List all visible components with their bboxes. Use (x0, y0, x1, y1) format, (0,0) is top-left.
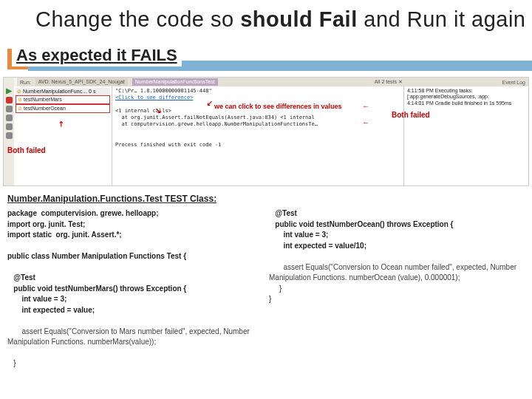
tab-avd[interactable]: AVD: Nexus_5_API_SDK_24_Nougat (35, 78, 128, 86)
stop-icon[interactable] (6, 97, 13, 103)
title-bold: should Fail (240, 7, 358, 31)
console-line: "C:\Pr… 1.8.10000000001145-448" (115, 88, 400, 95)
code-block-right: @Test public void testNumberOcean() thro… (269, 208, 525, 305)
tab-test[interactable]: NumberManipulationFunctionsTest (132, 78, 218, 86)
arrow-icon: ← (362, 102, 369, 110)
console-line: at org.junit.Assert.failNotEquals(Assert… (115, 115, 400, 121)
log-line: 4:11:58 PM Executing tasks: [:app:genera… (407, 88, 525, 100)
log-line: 4:14:01 PM Gradle build finished in 1s 5… (407, 100, 525, 106)
event-log-label[interactable]: Event Log (502, 80, 525, 85)
gutter-icon[interactable] (6, 106, 13, 112)
tests-badge: All 2 tests ✕ (375, 79, 403, 85)
run-label: Run: (20, 80, 31, 85)
tree-item-mars[interactable]: testNumberMars (16, 95, 110, 104)
ide-screenshot: Run: AVD: Nexus_5_API_SDK_24_Nougat Numb… (3, 77, 529, 186)
test-tree: NumberManipulationFunc… 0 s testNumberMa… (14, 86, 112, 185)
tree-root[interactable]: NumberManipulationFunc… 0 s (16, 88, 110, 95)
event-log-panel: 4:11:58 PM Executing tasks: [:app:genera… (403, 86, 528, 185)
fail-banner: As expected it FAILS (12, 44, 182, 66)
gutter-icon[interactable] (6, 123, 13, 130)
console-done: Process finished with exit code -1 (115, 142, 400, 149)
code-block-left: package computervision. grewe. helloapp;… (7, 208, 263, 369)
arrow-icon: ↘ (155, 106, 161, 115)
gutter-icon[interactable] (6, 115, 13, 121)
run-icon[interactable] (6, 88, 13, 95)
ide-gutter (4, 78, 14, 185)
slide-title: Change the code so should Fail and Run i… (0, 0, 532, 35)
title-mid: and Run it again (358, 7, 526, 31)
gutter-icon[interactable] (6, 132, 13, 139)
both-failed-left: Both failed (7, 146, 46, 154)
diff-link[interactable]: <Click to see difference> (115, 95, 400, 101)
bottom-code: Number.Manipulation.Functions.Test TEST … (7, 194, 525, 369)
ide-tabbar: Run: AVD: Nexus_5_API_SDK_24_Nougat Numb… (17, 78, 528, 86)
right-col: @Test public void testNumberOcean() thro… (269, 194, 525, 369)
both-failed-right: Both failed (392, 111, 430, 119)
title-pre: Change the code so (35, 7, 240, 31)
tree-item-ocean[interactable]: testNumberOcean (16, 104, 110, 113)
console-output: "C:\Pr… 1.8.10000000001145-448" <Click t… (112, 86, 403, 185)
left-col: Number.Manipulation.Functions.Test TEST … (7, 194, 263, 369)
arrow-icon: ↘ (207, 99, 213, 107)
arrow-icon: ← (362, 118, 369, 126)
callout-diff: we can click to see differences in value… (214, 103, 342, 111)
console-line: at computervision.grewe.helloapp.NumberM… (115, 121, 400, 128)
class-title: Number.Manipulation.Functions.Test TEST … (7, 194, 263, 204)
